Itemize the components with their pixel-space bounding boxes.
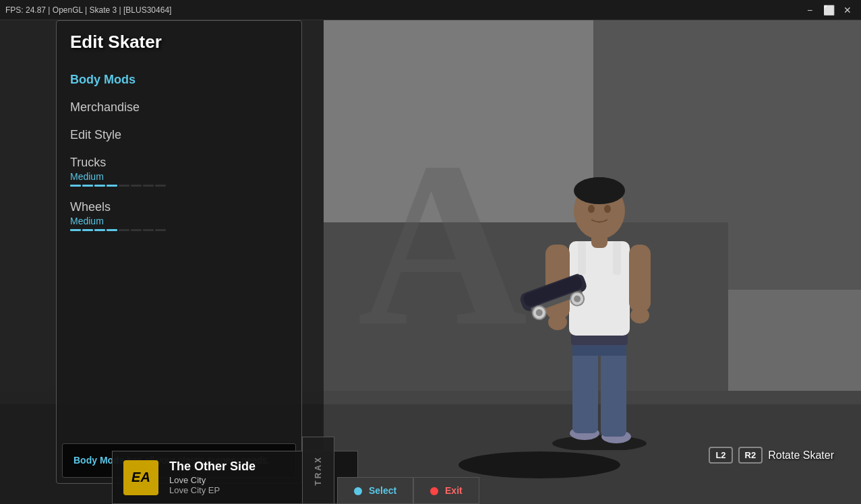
titlebar: FPS: 24.87 | OpenGL | Skate 3 | [BLUS304… [0, 0, 861, 20]
rotate-indicator: L2 R2 Rotate Skater [709, 447, 834, 464]
wheels-slider-dash-3 [94, 229, 105, 231]
r2-button: R2 [738, 447, 763, 464]
menu-item-edit-style[interactable]: Edit Style [57, 121, 301, 149]
slider-dash-1 [70, 185, 81, 187]
menu-item-trucks[interactable]: Trucks Medium [57, 149, 301, 193]
menu-item-body-mods-label: Body Mods [70, 73, 136, 86]
svg-rect-36 [613, 241, 621, 275]
exit-button[interactable]: Exit [413, 477, 479, 504]
menu-item-wheels[interactable]: Wheels Medium [57, 193, 301, 238]
slider-dash-4 [107, 185, 117, 187]
menu-title: Edit Skater [57, 21, 301, 61]
svg-rect-14 [601, 342, 626, 437]
l2-button: L2 [709, 447, 732, 464]
bottom-buttons: Select Exit [337, 477, 479, 504]
trax-label: TRAX [314, 455, 323, 486]
skater-character-area [337, 20, 861, 504]
menu-item-wheels-label: Wheels [70, 200, 111, 214]
skater-character [505, 100, 694, 450]
close-button[interactable]: ✕ [839, 3, 856, 17]
menu-item-wheels-sub: Medium [70, 216, 288, 226]
menu-item-trucks-sub: Medium [70, 171, 288, 182]
wheels-slider-dash-2 [82, 229, 93, 231]
menu-item-wheels-slider [70, 229, 288, 231]
svg-point-26 [630, 307, 649, 323]
ea-logo: EA [123, 460, 158, 495]
menu-item-trucks-label: Trucks [70, 156, 106, 169]
wheels-slider-dash-6 [131, 229, 142, 231]
menu-items-list: Body Mods Merchandise Edit Style Trucks … [57, 61, 301, 438]
menu-item-merchandise[interactable]: Merchandise [57, 94, 301, 121]
slider-dash-5 [119, 185, 129, 187]
trax-container: TRAX [302, 437, 334, 504]
slider-dash-8 [155, 185, 166, 187]
exit-button-label: Exit [445, 485, 463, 496]
svg-rect-25 [629, 245, 651, 312]
slider-dash-2 [82, 185, 93, 187]
restore-button[interactable]: ⬜ [821, 3, 837, 17]
wheels-slider-dash-1 [70, 229, 81, 231]
svg-point-22 [588, 205, 595, 213]
slider-dash-7 [143, 185, 154, 187]
menu-container: Edit Skater Body Mods Merchandise Edit S… [56, 20, 302, 484]
menu-item-body-mods[interactable]: Body Mods [57, 66, 301, 94]
slider-dash-3 [94, 185, 105, 187]
svg-rect-13 [572, 342, 598, 433]
menu-item-edit-style-label: Edit Style [70, 128, 121, 141]
wheels-slider-dash-4 [107, 229, 117, 231]
minimize-button[interactable]: − [802, 3, 818, 17]
svg-point-10 [552, 435, 647, 450]
menu-item-merchandise-label: Merchandise [70, 100, 140, 114]
wheels-slider-dash-7 [143, 229, 154, 231]
svg-rect-35 [578, 241, 586, 275]
slider-dash-6 [131, 185, 142, 187]
select-button[interactable]: Select [337, 477, 413, 504]
menu-panel: Edit Skater Body Mods Merchandise Edit S… [56, 20, 302, 484]
select-button-label: Select [369, 485, 396, 496]
menu-item-trucks-slider [70, 185, 288, 187]
rotate-text: Rotate Skater [768, 449, 834, 462]
wheels-slider-dash-8 [155, 229, 166, 231]
wheels-slider-dash-5 [119, 229, 129, 231]
svg-point-21 [578, 177, 621, 197]
titlebar-controls: − ⬜ ✕ [802, 3, 856, 17]
titlebar-title: FPS: 24.87 | OpenGL | Skate 3 | [BLUS304… [5, 5, 171, 15]
svg-point-23 [604, 205, 611, 213]
svg-point-27 [548, 314, 567, 330]
